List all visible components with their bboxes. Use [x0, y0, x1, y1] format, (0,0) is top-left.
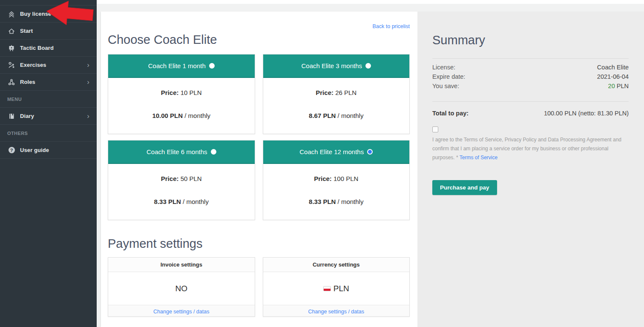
- plan-monthly-price: 10.00 PLN / monthly: [108, 112, 255, 119]
- divider: [432, 58, 629, 59]
- plan-card-3-months: Coach Elite 3 months Price: 26 PLN 8.67 …: [263, 54, 410, 134]
- plan-radio-selected[interactable]: [367, 149, 373, 155]
- question-icon: ?: [7, 146, 16, 154]
- sidebar-item-label: Roles: [20, 79, 35, 85]
- summary-rows: License: Coach Elite Expire date: 2021-0…: [432, 64, 629, 92]
- sidebar-item-tactic-board[interactable]: Tactic Board: [0, 40, 97, 57]
- plan-body: Price: 50 PLN 8.33 PLN / monthly: [108, 164, 255, 220]
- plan-header-6-months[interactable]: Coach Elite 6 months: [108, 141, 255, 164]
- settings-grid: Invoice settings NO Change settings / da…: [108, 257, 410, 317]
- invoice-settings-card: Invoice settings NO Change settings / da…: [108, 257, 255, 317]
- main-content: Back to pricelist Choose Coach Elite Coa…: [101, 11, 417, 327]
- change-currency-settings-link[interactable]: Change settings / datas: [308, 309, 364, 315]
- terms-checkbox[interactable]: [432, 126, 438, 132]
- summary-row-expire-date: Expire date: 2021-06-04: [432, 73, 629, 83]
- invoice-settings-title: Invoice settings: [108, 258, 255, 272]
- plan-price: Price: 100 PLN: [263, 164, 410, 182]
- savings-amount: 20: [608, 83, 615, 89]
- currency-settings-card: Currency settings PLN Change settings / …: [263, 257, 410, 317]
- plan-header-3-months[interactable]: Coach Elite 3 months: [263, 54, 410, 78]
- sidebar-item-roles[interactable]: Roles ›: [0, 74, 97, 91]
- plan-radio[interactable]: [209, 63, 215, 69]
- sidebar-item-exercises[interactable]: Exercises ›: [0, 57, 97, 74]
- sidebar-section-menu: MENU: [0, 91, 97, 108]
- plan-monthly-price: 8.67 PLN / monthly: [263, 112, 410, 119]
- terms-text: I agree to the Terms of Service, Privacy…: [432, 135, 629, 162]
- invoice-settings-footer: Change settings / datas: [108, 305, 255, 316]
- plan-monthly-price: 8.33 PLN / monthly: [108, 198, 255, 205]
- plan-body: Price: 26 PLN 8.67 PLN / monthly: [263, 78, 410, 134]
- total-to-pay-row: Total to pay: 100.00 PLN (netto: 81.30 P…: [432, 110, 629, 117]
- purchase-and-pay-button[interactable]: Purchase and pay: [432, 180, 497, 195]
- summary-row-you-save: You save: 20 PLN: [432, 83, 629, 92]
- plan-monthly-price: 8.33 PLN / monthly: [263, 198, 410, 205]
- sidebar-item-user-guide[interactable]: ? User guide: [0, 142, 97, 159]
- roles-icon: [7, 78, 16, 86]
- sidebar-item-label: Tactic Board: [20, 45, 54, 51]
- plan-card-1-month: Coach Elite 1 month Price: 10 PLN 10.00 …: [108, 54, 255, 134]
- plan-title: Coach Elite 12 months: [299, 148, 364, 155]
- summary-panel: Summary License: Coach Elite Expire date…: [417, 11, 644, 327]
- plan-body: Price: 100 PLN 8.33 PLN / monthly: [263, 164, 410, 220]
- chevron-right-icon: ›: [87, 113, 89, 119]
- sidebar-item-label: Start: [20, 28, 33, 34]
- plan-card-6-months: Coach Elite 6 months Price: 50 PLN 8.33 …: [108, 140, 255, 220]
- plan-card-12-months: Coach Elite 12 months Price: 100 PLN 8.3…: [263, 140, 410, 220]
- sidebar: Buy license Start Tactic Board: [0, 0, 97, 327]
- divider: [432, 101, 629, 102]
- currency-settings-value: PLN: [263, 272, 410, 305]
- home-icon: [7, 27, 16, 35]
- payment-settings-title: Payment settings: [108, 237, 410, 251]
- sidebar-item-diary[interactable]: Diary ›: [0, 108, 97, 125]
- diary-icon: [7, 112, 16, 120]
- sidebar-section-others: OTHERS: [0, 125, 97, 142]
- poland-flag-icon: [323, 286, 331, 291]
- red-pointer-arrow: [44, 0, 96, 31]
- chevron-right-icon: ›: [87, 62, 89, 68]
- plan-header-12-months[interactable]: Coach Elite 12 months: [263, 141, 410, 164]
- plan-radio[interactable]: [365, 63, 371, 69]
- plan-radio[interactable]: [211, 149, 216, 155]
- summary-title: Summary: [432, 33, 629, 47]
- tactic-board-icon: [7, 44, 16, 52]
- chevrons-up-icon: [7, 10, 16, 18]
- topbar-strip: [97, 0, 644, 4]
- strategy-icon: [7, 61, 16, 69]
- plan-header-1-month[interactable]: Coach Elite 1 month: [108, 54, 255, 78]
- currency-settings-footer: Change settings / datas: [263, 305, 410, 316]
- summary-row-license: License: Coach Elite: [432, 64, 629, 73]
- plan-price: Price: 50 PLN: [108, 164, 255, 182]
- plan-title: Coach Elite 1 month: [148, 62, 206, 69]
- change-invoice-settings-link[interactable]: Change settings / datas: [153, 309, 209, 315]
- chevron-right-icon: ›: [87, 79, 89, 85]
- currency-settings-title: Currency settings: [263, 258, 410, 272]
- sidebar-item-label: Exercises: [20, 62, 46, 68]
- sidebar-item-label: User guide: [20, 147, 49, 153]
- back-to-pricelist-link[interactable]: Back to pricelist: [372, 23, 410, 29]
- terms-of-service-link[interactable]: Terms of Service: [460, 155, 497, 161]
- page-title: Choose Coach Elite: [108, 11, 410, 47]
- plan-grid: Coach Elite 1 month Price: 10 PLN 10.00 …: [108, 54, 410, 220]
- sidebar-item-label: Diary: [20, 113, 34, 119]
- plan-title: Coach Elite 3 months: [301, 62, 362, 69]
- plan-title: Coach Elite 6 months: [147, 148, 207, 155]
- plan-price: Price: 26 PLN: [263, 78, 410, 96]
- plan-body: Price: 10 PLN 10.00 PLN / monthly: [108, 78, 255, 134]
- invoice-settings-value: NO: [108, 272, 255, 305]
- plan-price: Price: 10 PLN: [108, 78, 255, 96]
